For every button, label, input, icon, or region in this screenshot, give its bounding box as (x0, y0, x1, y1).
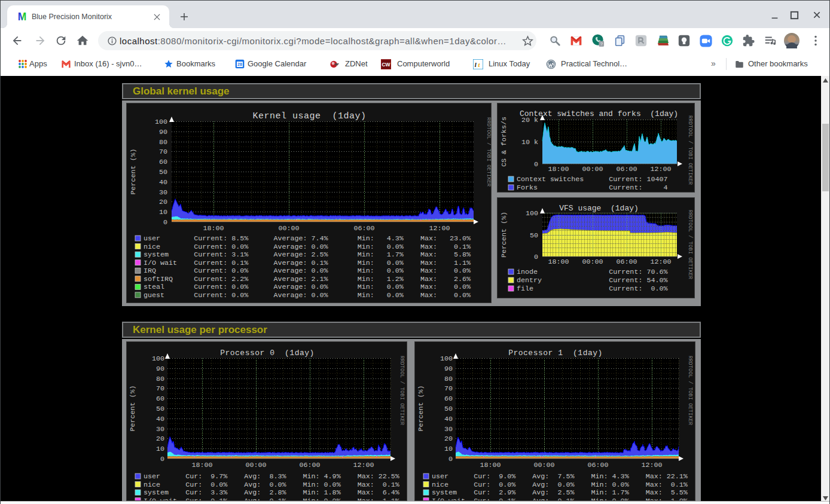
svg-text:12:00: 12:00 (650, 258, 671, 266)
svg-text:Kernel usage (1day): Kernel usage (1day) (252, 111, 366, 121)
svg-text:20: 20 (156, 435, 164, 443)
svg-text:80: 80 (156, 375, 164, 383)
svg-text:06:00: 06:00 (587, 461, 608, 469)
svg-text:l: l (475, 62, 477, 68)
svg-text:70: 70 (444, 384, 453, 393)
svg-text:18:00: 18:00 (203, 224, 224, 233)
svg-text:100: 100 (155, 118, 167, 126)
svg-text:18:00: 18:00 (548, 165, 569, 173)
svg-text:RRDTOOL / TOBI OETIKER: RRDTOOL / TOBI OETIKER (687, 356, 693, 426)
svg-text:system Cur: 2.9% Avg:: system Cur: 2.9% Avg: 2.5% Min: 1.7% Max… (432, 488, 688, 497)
svg-text:I/O wait Cur: 0.1% Avg:: I/O wait Cur: 0.1% Avg: 0.1% Min: 0.0% M… (144, 497, 400, 501)
svg-text:Percent (%): Percent (%) (500, 212, 508, 258)
svg-text:60: 60 (444, 395, 453, 403)
svg-text:30: 30 (156, 425, 164, 433)
svg-text:12:00: 12:00 (353, 461, 374, 469)
svg-text:00:00: 00:00 (582, 258, 603, 266)
svg-text:00:00: 00:00 (245, 461, 266, 469)
svg-text:06:00: 06:00 (616, 165, 637, 173)
svg-text:80: 80 (444, 375, 453, 383)
svg-text:Percent (%): Percent (%) (417, 385, 425, 431)
svg-text:Forks Current:: Forks Current: 4 (517, 184, 668, 192)
svg-text:nice Cur: 0.0% Avg:: nice Cur: 0.0% Avg: 0.0% Min: 0.0% Max: … (432, 481, 688, 489)
svg-text:10: 10 (444, 445, 453, 453)
svg-text:guest Current: 0.0%: guest Current: 0.0% Average: 0.0% Min: 0… (144, 291, 471, 300)
svg-text:50: 50 (530, 231, 538, 240)
svg-text:Context switches and forks (1: Context switches and forks (1day) (520, 109, 678, 118)
svg-text:system Cur: 3.3% Avg:: system Cur: 3.3% Avg: 2.8% Min: 1.8% Max… (144, 488, 400, 497)
svg-text:18:00: 18:00 (480, 461, 501, 469)
svg-text:0: 0 (160, 455, 164, 463)
svg-text:inode Current:: inode Current: 70.6% (517, 268, 668, 276)
svg-text:system Current: 3.1%: system Current: 3.1% Average: 2.5% Min: … (144, 251, 471, 259)
svg-text:nice Cur: 0.0% Avg:: nice Cur: 0.0% Avg: 0.0% Min: 0.0% Max: … (144, 481, 400, 489)
svg-text:nice Current: 0.0%: nice Current: 0.0% Average: 0.0% Min: 0.… (144, 243, 471, 251)
svg-text:00:00: 00:00 (582, 165, 603, 173)
svg-text:30: 30 (444, 425, 453, 433)
svg-text:90: 90 (444, 365, 453, 373)
svg-text:IRQ Current: 0.0%: IRQ Current: 0.0% Average: 0.0% Min: 0.0… (144, 267, 471, 275)
svg-text:user Current: 8.5%: user Current: 8.5% Average: 7.4% Min: 4.… (144, 234, 471, 243)
svg-text:10: 10 (159, 208, 167, 216)
svg-text:CW: CW (382, 62, 390, 68)
svg-text:Percent (%): Percent (%) (129, 148, 138, 194)
svg-text:user Cur: 9.0% Avg:: user Cur: 9.0% Avg: 7.5% Min: 4.3% Max: … (432, 472, 688, 481)
svg-text:18:00: 18:00 (191, 461, 212, 469)
svg-text:12:00: 12:00 (641, 461, 662, 469)
svg-text:softIRQ Current: 2.2%: softIRQ Current: 2.2% Average: 2.1% Min:… (144, 275, 471, 283)
svg-text:0: 0 (534, 160, 538, 169)
svg-text:80: 80 (159, 138, 167, 146)
svg-text:40: 40 (159, 178, 167, 187)
svg-text:?: ? (600, 41, 603, 47)
svg-text:18:00: 18:00 (548, 258, 569, 266)
svg-text:00:00: 00:00 (533, 461, 554, 469)
svg-text:12:00: 12:00 (650, 165, 671, 173)
svg-text:50: 50 (159, 168, 167, 176)
svg-text:70: 70 (159, 148, 167, 156)
svg-text:90: 90 (156, 365, 164, 373)
svg-text:60: 60 (159, 158, 167, 166)
svg-text:Processor 1 (1day): Processor 1 (1day) (508, 349, 603, 358)
svg-text:VFS usage (1day): VFS usage (1day) (559, 204, 639, 213)
svg-text:06:00: 06:00 (299, 461, 320, 469)
svg-text:20: 20 (444, 435, 453, 443)
svg-text:70: 70 (156, 384, 164, 393)
svg-text:I/O wait Cur: 0.1% Avg:: I/O wait Cur: 0.1% Avg: 0.1% Min: 0.0% M… (432, 497, 688, 501)
svg-text:0: 0 (448, 455, 453, 463)
svg-text:RRDTOOL / TOBI OETIKER: RRDTOOL / TOBI OETIKER (486, 117, 492, 187)
svg-text:M: M (18, 11, 27, 22)
svg-text:I/O wait Current: 0.1%: I/O wait Current: 0.1% Average: 0.1% Min… (144, 259, 471, 267)
svg-text:30: 30 (159, 188, 167, 197)
svg-text:10 k: 10 k (521, 138, 538, 146)
svg-text:CS & forks/s: CS & forks/s (500, 117, 508, 167)
svg-text:file Current:: file Current: 0.0% (517, 285, 668, 293)
svg-text:100: 100 (152, 355, 164, 363)
svg-text:100: 100 (440, 355, 453, 363)
svg-text:06:00: 06:00 (616, 258, 637, 266)
svg-text:60: 60 (156, 395, 164, 403)
svg-text:06:00: 06:00 (353, 224, 374, 233)
svg-text:50: 50 (444, 405, 453, 413)
svg-text:RRDTOOL / TOBI OETIKER: RRDTOOL / TOBI OETIKER (687, 210, 693, 280)
svg-text:dentry Current:: dentry Current: 54.0% (517, 276, 668, 285)
svg-text:90: 90 (159, 128, 167, 136)
svg-text:Percent (%): Percent (%) (129, 385, 137, 431)
svg-text:Processor 0 (1day): Processor 0 (1day) (220, 349, 315, 358)
svg-text:00:00: 00:00 (278, 224, 299, 233)
svg-text:RRDTOOL / TOBI OETIKER: RRDTOOL / TOBI OETIKER (687, 115, 693, 185)
svg-text:Context switches Current:: Context switches Current: 10407 (517, 175, 668, 184)
svg-text:100: 100 (526, 209, 538, 218)
svg-text:user Cur: 9.7% Avg:: user Cur: 9.7% Avg: 8.3% Min: 4.9% Max: … (144, 472, 400, 481)
svg-text:steal Current: 0.0%: steal Current: 0.0% Average: 0.0% Min: 0… (144, 283, 471, 291)
svg-text:12:00: 12:00 (429, 224, 450, 233)
svg-text:0: 0 (163, 218, 167, 227)
svg-text:20: 20 (159, 198, 167, 206)
svg-text:10: 10 (156, 445, 164, 453)
svg-text:RRDTOOL / TOBI OETIKER: RRDTOOL / TOBI OETIKER (399, 356, 405, 426)
svg-text:40: 40 (444, 415, 453, 423)
svg-text:40: 40 (156, 415, 164, 423)
svg-text:28: 28 (237, 62, 242, 66)
svg-text:50: 50 (156, 405, 164, 413)
svg-text:0: 0 (534, 253, 538, 261)
